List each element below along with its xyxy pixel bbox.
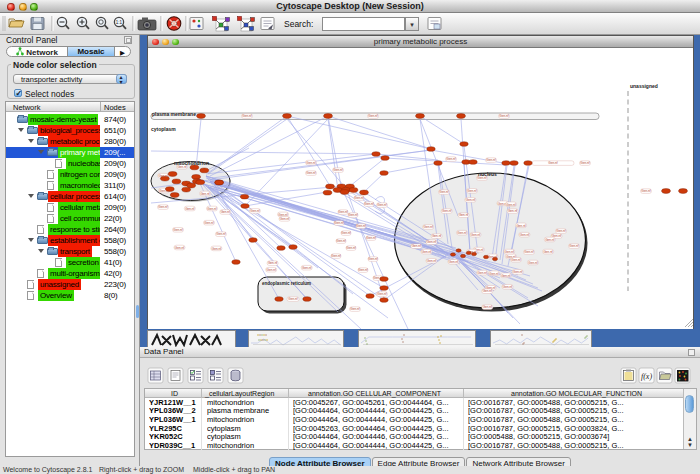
svg-text:Gen.nf: Gen.nf xyxy=(483,305,492,309)
svg-text:Gen.nf: Gen.nf xyxy=(334,221,343,225)
svg-text:Gen.nf: Gen.nf xyxy=(207,207,216,211)
svg-text:Gen.nf: Gen.nf xyxy=(356,224,365,228)
svg-text:Gen.nf: Gen.nf xyxy=(486,158,495,162)
svg-text:Gen.nf: Gen.nf xyxy=(204,221,213,225)
svg-text:Gen.nf: Gen.nf xyxy=(336,239,345,243)
svg-text:Gen.nf: Gen.nf xyxy=(368,114,377,118)
svg-text:Gen.nf: Gen.nf xyxy=(442,209,451,213)
svg-text:f(x): f(x) xyxy=(641,372,652,381)
svg-text:mitochondrion: mitochondrion xyxy=(174,160,209,166)
svg-text:Gen.nf: Gen.nf xyxy=(483,289,492,293)
svg-text:Gen.nf: Gen.nf xyxy=(350,307,359,311)
svg-text:Gen.nf: Gen.nf xyxy=(158,205,167,209)
svg-text:Gen.nf: Gen.nf xyxy=(368,257,377,261)
svg-text:Gen.nf: Gen.nf xyxy=(288,297,297,301)
svg-text:Gen.nf: Gen.nf xyxy=(556,229,565,233)
svg-text:Gen.nf: Gen.nf xyxy=(506,203,515,207)
svg-text:Gen.nf: Gen.nf xyxy=(306,171,315,175)
svg-text:Gen.nf: Gen.nf xyxy=(511,258,520,262)
svg-text:Gen.nf: Gen.nf xyxy=(528,261,537,265)
svg-text:Gen.nf: Gen.nf xyxy=(221,210,230,214)
svg-text:Gen.nf: Gen.nf xyxy=(545,238,554,242)
svg-text:Gen.nf: Gen.nf xyxy=(520,233,529,237)
svg-text:Gen.nf: Gen.nf xyxy=(173,228,182,232)
svg-text:Gen.nf: Gen.nf xyxy=(366,236,375,240)
svg-text:Gen.nf: Gen.nf xyxy=(467,189,476,193)
svg-text:unassigned: unassigned xyxy=(630,83,658,89)
svg-text:1:1: 1:1 xyxy=(116,20,123,25)
svg-text:Gen.nf: Gen.nf xyxy=(432,234,441,238)
svg-text:Gen.nf: Gen.nf xyxy=(466,198,475,202)
svg-text:Gen.nf: Gen.nf xyxy=(358,268,367,272)
svg-text:Gen.nf: Gen.nf xyxy=(250,209,259,213)
svg-text:Gen.nf: Gen.nf xyxy=(478,271,487,275)
svg-text:Gen.nf: Gen.nf xyxy=(548,161,557,165)
svg-text:Gen.nf: Gen.nf xyxy=(427,240,436,244)
svg-text:Gen.nf: Gen.nf xyxy=(505,250,514,254)
svg-text:Gen.nf: Gen.nf xyxy=(471,233,480,237)
svg-text:Gen.nf: Gen.nf xyxy=(364,202,373,206)
svg-text:Gen.nf: Gen.nf xyxy=(242,114,251,118)
svg-text:Gen.nf: Gen.nf xyxy=(459,213,468,217)
svg-text:Gen.nf: Gen.nf xyxy=(306,161,315,165)
svg-text:plasma membrane: plasma membrane xyxy=(152,111,196,117)
svg-text:Gen.nf: Gen.nf xyxy=(338,210,347,214)
svg-text:Gen.nf: Gen.nf xyxy=(503,285,512,289)
svg-text:Gen.nf: Gen.nf xyxy=(354,196,363,200)
svg-text:Gen.nf: Gen.nf xyxy=(377,292,386,296)
svg-text:Gen.nf: Gen.nf xyxy=(524,250,533,254)
svg-text:Gen.nf: Gen.nf xyxy=(216,232,225,236)
svg-text:Gen.nf: Gen.nf xyxy=(427,259,436,263)
svg-text:nucleus: nucleus xyxy=(478,171,497,177)
svg-text:Gen.nf: Gen.nf xyxy=(501,274,510,278)
svg-text:Gen.nf: Gen.nf xyxy=(185,207,194,211)
svg-text:Gen.nf: Gen.nf xyxy=(641,189,650,193)
svg-text:Gen.nf: Gen.nf xyxy=(175,246,184,250)
svg-text:Gen.nf: Gen.nf xyxy=(513,270,522,274)
svg-text:Gen.nf: Gen.nf xyxy=(278,213,287,217)
svg-text:cytoplasm: cytoplasm xyxy=(151,126,176,132)
svg-text:Gen.nf: Gen.nf xyxy=(446,157,455,161)
svg-text:Gen.nf: Gen.nf xyxy=(212,247,221,251)
svg-text:endoplasmic reticulum: endoplasmic reticulum xyxy=(262,281,311,286)
svg-text:Gen.nf: Gen.nf xyxy=(422,250,431,254)
svg-text:Gen.nf: Gen.nf xyxy=(424,225,433,229)
svg-text:Gen.nf: Gen.nf xyxy=(412,244,421,248)
svg-text:Gen.nf: Gen.nf xyxy=(280,217,289,221)
svg-text:Gen.nf: Gen.nf xyxy=(302,266,311,270)
svg-text:Gen.nf: Gen.nf xyxy=(331,254,340,258)
svg-text:Gen.nf: Gen.nf xyxy=(439,190,448,194)
svg-text:Gen.nf: Gen.nf xyxy=(516,224,525,228)
svg-text:Gen.nf: Gen.nf xyxy=(267,268,276,272)
svg-text:Gen.nf: Gen.nf xyxy=(499,114,508,118)
svg-text:Gen.nf: Gen.nf xyxy=(569,244,578,248)
svg-text:Gen.nf: Gen.nf xyxy=(508,209,517,213)
svg-text:Gen.nf: Gen.nf xyxy=(580,161,589,165)
svg-text:Gen.nf: Gen.nf xyxy=(348,213,357,217)
svg-text:Gen.nf: Gen.nf xyxy=(457,231,466,235)
svg-text:Gen.nf: Gen.nf xyxy=(346,246,355,250)
svg-text:Gen.nf: Gen.nf xyxy=(200,192,209,196)
svg-text:Gen.nf: Gen.nf xyxy=(268,261,277,265)
svg-text:Gen.nf: Gen.nf xyxy=(489,272,498,276)
svg-text:Gen.nf: Gen.nf xyxy=(449,260,458,264)
svg-text:Gen.nf: Gen.nf xyxy=(333,168,342,172)
svg-text:Gen.nf: Gen.nf xyxy=(377,203,386,207)
svg-text:Gen.nf: Gen.nf xyxy=(543,250,552,254)
svg-text:Gen.nf: Gen.nf xyxy=(341,231,350,235)
